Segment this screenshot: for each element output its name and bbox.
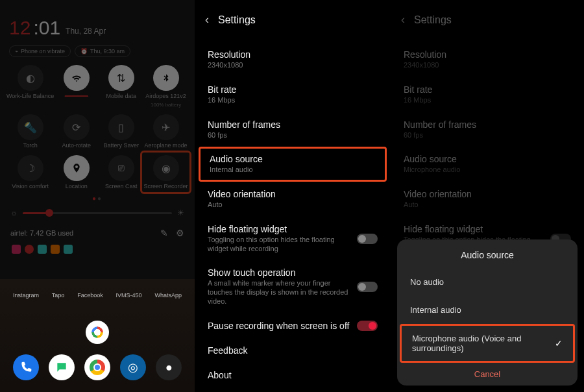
setting-show-touch[interactable]: Show touch operation A small white marke… (195, 260, 391, 313)
dialog-title: Audio source (397, 250, 578, 268)
dialog-option-microphone[interactable]: Microphone audio (Voice and surroundings… (400, 324, 575, 363)
dialog-cancel-button[interactable]: Cancel (397, 363, 578, 379)
setting-about[interactable]: About (195, 363, 391, 387)
home-app-labels: Instagram Tapo Facebook IVMS-450 WhatsAp… (6, 292, 188, 299)
setting-feedback[interactable]: Feedback (195, 338, 391, 363)
setting-frames: Number of frames 60 fps (391, 112, 584, 147)
setting-orientation[interactable]: Video orientation Auto (195, 182, 391, 217)
setting-bitrate: Bit rate 16 Mbps (391, 77, 584, 112)
toggle-show-touch[interactable] (357, 282, 378, 292)
setting-bitrate[interactable]: Bit rate 16 Mbps (195, 77, 391, 112)
dock-chrome-icon[interactable] (84, 354, 110, 380)
audio-source-dialog: Audio source No audio Internal audio Mic… (397, 239, 578, 386)
quick-settings-panel: 12 :01 Thu, 28 Apr ⌁ Phone on vibrate ⏰ … (0, 0, 195, 392)
back-icon[interactable]: ‹ (205, 13, 209, 27)
setting-pause-off[interactable]: Pause recording when screen is off (195, 313, 391, 338)
recorder-settings-dialog-panel: ‹ Settings Resolution 2340x1080 Bit rate… (391, 0, 584, 392)
setting-resolution[interactable]: Resolution 2340x1080 (195, 42, 391, 77)
setting-orientation: Video orientation Auto (391, 182, 584, 217)
dock: ◎ ● (8, 354, 187, 380)
google-search-button[interactable] (86, 321, 109, 344)
dock-app-icon[interactable]: ◎ (120, 354, 146, 380)
setting-audio-source-highlight: Audio source Internal audio (199, 147, 387, 182)
setting-audio-source: Audio source Microphone audio (391, 147, 584, 182)
dock-messages-icon[interactable] (49, 354, 75, 380)
dialog-option-internal[interactable]: Internal audio (397, 296, 578, 324)
setting-audio-source[interactable]: Audio source Internal audio (201, 149, 385, 180)
toggle-hide-widget[interactable] (357, 234, 378, 244)
page-title: Settings (414, 14, 452, 26)
toggle-pause-off[interactable] (357, 321, 378, 331)
setting-resolution: Resolution 2340x1080 (391, 42, 584, 77)
page-title: Settings (218, 14, 256, 26)
dock-camera-icon[interactable]: ● (156, 354, 182, 380)
check-icon: ✓ (555, 338, 563, 349)
back-icon[interactable]: ‹ (401, 13, 405, 27)
recorder-settings-panel: ‹ Settings Resolution 2340x1080 Bit rate… (195, 0, 391, 392)
dialog-option-no-audio[interactable]: No audio (397, 268, 578, 296)
dock-phone-icon[interactable] (13, 354, 39, 380)
setting-frames[interactable]: Number of frames 60 fps (195, 112, 391, 147)
setting-hide-widget[interactable]: Hide floating widget Toggling on this op… (195, 217, 391, 261)
